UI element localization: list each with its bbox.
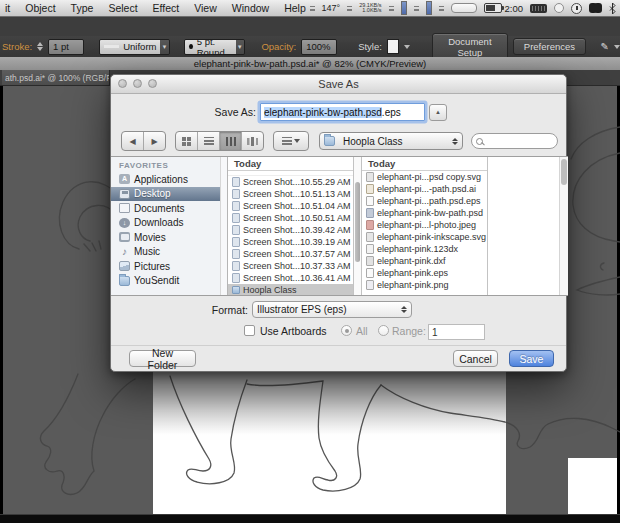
- stroke-weight-dropdown[interactable]: 1 pt ▼: [48, 39, 84, 55]
- format-dropdown[interactable]: Illustrator EPS (eps): [252, 301, 412, 318]
- column-view-button[interactable]: [220, 132, 242, 150]
- zoom-icon[interactable]: [148, 79, 157, 88]
- sidebar-item[interactable]: Pictures: [111, 259, 227, 274]
- brush-dropdown[interactable]: 5 pt. Round ▼: [184, 39, 245, 55]
- style-label[interactable]: Style:: [358, 41, 382, 52]
- new-folder-button[interactable]: New Folder: [129, 350, 196, 367]
- file-row[interactable]: elephant-pi...path.psd.eps: [362, 195, 487, 207]
- browser-column-2: Today elephant-pi...psd copy.svg elephan…: [362, 157, 488, 295]
- column1-scrollbar[interactable]: [354, 157, 362, 295]
- progress-pill-icon[interactable]: [451, 3, 477, 13]
- cancel-button[interactable]: Cancel: [453, 350, 498, 367]
- file-row[interactable]: Screen Shot...10.39.42 AM: [228, 224, 353, 236]
- file-row[interactable]: Screen Shot...10.50.51 AM: [228, 212, 353, 224]
- selected-folder-row[interactable]: Hoopla Class: [228, 284, 353, 295]
- menu-item[interactable]: Object: [25, 2, 55, 14]
- stroke-profile-dropdown[interactable]: Uniform ▼: [99, 39, 170, 55]
- back-button[interactable]: ◀: [122, 132, 144, 150]
- forward-button[interactable]: ▶: [144, 132, 165, 150]
- file-name: Screen Shot...10.37.33 AM: [243, 261, 351, 271]
- battery-indicator[interactable]: 2:00: [484, 3, 524, 14]
- notification-circle-icon[interactable]: [554, 3, 564, 13]
- sidebar-item[interactable]: Documents: [111, 201, 227, 216]
- bluetooth-icon[interactable]: [609, 3, 616, 14]
- file-row[interactable]: Screen Shot...10.36.41 AM: [228, 272, 353, 284]
- menu-item[interactable]: Effect: [153, 2, 180, 14]
- stroke-label[interactable]: Stroke:: [2, 41, 32, 52]
- sidebar-scrollbar[interactable]: [220, 157, 227, 295]
- icon-view-button[interactable]: [176, 132, 198, 150]
- file-row[interactable]: Screen Shot...10.39.19 AM: [228, 236, 353, 248]
- action-menu-button[interactable]: [274, 132, 308, 150]
- stroke-stepper[interactable]: [37, 42, 43, 51]
- sidebar-item[interactable]: Downloads: [111, 216, 227, 231]
- menu-item[interactable]: View: [194, 2, 217, 14]
- file-row[interactable]: Screen Shot...10.37.33 AM: [228, 260, 353, 272]
- use-artboards-label: Use Artboards: [260, 325, 327, 337]
- menu-item[interactable]: it: [5, 2, 10, 14]
- document-title-bar[interactable]: elephant-pink-bw-path.psd.ai* @ 82% (CMY…: [0, 57, 620, 71]
- sidebar-item[interactable]: Desktop: [111, 187, 227, 202]
- style-dropdown-arrow[interactable]: [404, 45, 410, 49]
- menu-item[interactable]: Type: [71, 2, 94, 14]
- sidebar-item[interactable]: YouSendit: [111, 274, 227, 289]
- file-row[interactable]: elephant-pink.123dx: [362, 243, 487, 255]
- menu-item[interactable]: Select: [108, 2, 137, 14]
- keyboard-icon[interactable]: [530, 4, 547, 13]
- sidebar-item[interactable]: Movies: [111, 230, 227, 245]
- sidebar-item[interactable]: Applications: [111, 172, 227, 187]
- opacity-dropdown[interactable]: 100% ▼: [301, 39, 337, 55]
- filename-input[interactable]: elephant-pink-bw-path.psd.eps: [260, 103, 425, 121]
- menu-item[interactable]: Help: [284, 2, 306, 14]
- close-icon[interactable]: [118, 79, 127, 88]
- selection-tool-icon[interactable]: ✎: [601, 41, 609, 52]
- file-name: elephant-pink.eps: [377, 268, 448, 278]
- scrollbar-thumb[interactable]: [561, 159, 567, 185]
- list-view-button[interactable]: [198, 132, 220, 150]
- menu-item[interactable]: Window: [232, 2, 269, 14]
- search-input[interactable]: [471, 133, 558, 149]
- file-row[interactable]: elephant-pink.dxf: [362, 255, 487, 267]
- file-row[interactable]: elephant-pink.eps: [362, 267, 487, 279]
- file-row[interactable]: elephant-pink-bw-path.psd: [362, 207, 487, 219]
- save-button[interactable]: Save: [509, 350, 554, 367]
- use-artboards-checkbox[interactable]: [244, 325, 255, 336]
- sidebar-item[interactable]: Music: [111, 245, 227, 260]
- file-name: Screen Shot...10.39.19 AM: [243, 237, 351, 247]
- file-row[interactable]: elephant-pi...psd copy.svg: [362, 171, 487, 183]
- preferences-button[interactable]: Preferences: [513, 38, 586, 55]
- file-row[interactable]: elephant-pi...l-photo.jpeg: [362, 219, 487, 231]
- range-radio[interactable]: [378, 325, 389, 336]
- collapse-dialog-button[interactable]: ▲: [429, 104, 447, 121]
- file-icon: [366, 196, 374, 206]
- file-name: elephant-pi...psd copy.svg: [377, 172, 481, 182]
- file-row[interactable]: elephant-pi...-path.psd.ai: [362, 183, 487, 195]
- location-dropdown[interactable]: Hoopla Class: [319, 132, 463, 150]
- memory-meter-bar-icon[interactable]: [426, 1, 432, 15]
- all-radio[interactable]: [341, 325, 352, 336]
- file-row[interactable]: Screen Shot...10.51.13 AM: [228, 188, 353, 200]
- range-input[interactable]: 1: [428, 324, 485, 340]
- menu-items: itObjectTypeSelectEffectViewWindowHelp: [0, 2, 306, 14]
- coverflow-view-button[interactable]: [242, 132, 263, 150]
- binoculars-icon[interactable]: [589, 3, 602, 13]
- file-row[interactable]: elephant-pink.png: [362, 279, 487, 291]
- sidebar-item-icon: [119, 232, 130, 242]
- file-row[interactable]: Screen Shot...10.55.29 AM: [228, 176, 353, 188]
- dialog-title-bar[interactable]: Save As: [111, 75, 566, 94]
- file-row[interactable]: Screen Shot...10.51.04 AM: [228, 200, 353, 212]
- document-tab[interactable]: ath.psd.ai* @ 100% (RGB/Previe: [2, 70, 110, 85]
- file-row[interactable]: elephant-pink-inkscape.svg: [362, 231, 487, 243]
- time-machine-icon[interactable]: [571, 3, 582, 14]
- file-row[interactable]: Screen Shot...10.37.57 AM: [228, 248, 353, 260]
- sidebar-item-label: Desktop: [134, 188, 171, 199]
- artboard-2[interactable]: [568, 458, 617, 514]
- style-swatch[interactable]: [387, 39, 399, 54]
- chevron-down-icon[interactable]: [614, 45, 620, 49]
- sidebar-item-label: Applications: [134, 174, 188, 185]
- scrollbar-thumb[interactable]: [355, 182, 360, 262]
- cpu-meter-bar-icon[interactable]: [401, 1, 407, 15]
- browser-scrollbar[interactable]: [559, 157, 568, 295]
- minimize-icon[interactable]: [133, 79, 142, 88]
- opacity-label[interactable]: Opacity:: [261, 41, 296, 52]
